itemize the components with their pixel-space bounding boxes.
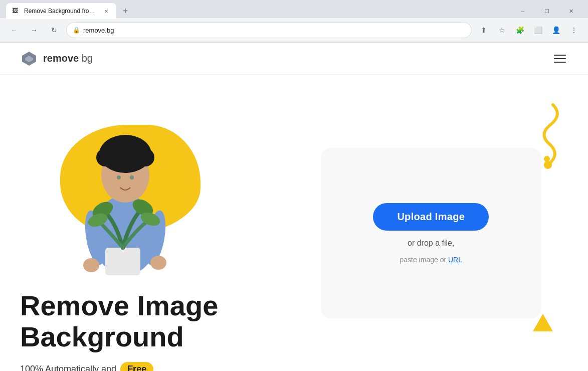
- svg-point-22: [544, 161, 552, 169]
- bookmark-button[interactable]: ☆: [494, 22, 510, 38]
- maximize-button[interactable]: ☐: [536, 3, 558, 19]
- logo-icon: [20, 50, 38, 68]
- browser-tab[interactable]: 🖼 Remove Background from Image ✕: [6, 3, 116, 19]
- svg-point-23: [544, 156, 550, 162]
- title-bar: 🖼 Remove Background from Image ✕ + – ☐ ✕: [0, 0, 588, 18]
- paste-label: paste image or: [400, 256, 448, 264]
- logo-text: remove bg: [43, 53, 93, 64]
- site-header: remove bg: [0, 43, 588, 75]
- svg-point-12: [130, 175, 134, 179]
- lock-icon: 🔒: [73, 27, 80, 34]
- hero-subtitle: 100% Automatically and Free: [20, 362, 294, 371]
- free-badge: Free: [120, 362, 153, 371]
- more-menu-button[interactable]: ⋮: [566, 22, 582, 38]
- browser-chrome: 🖼 Remove Background from Image ✕ + – ☐ ✕…: [0, 0, 588, 43]
- hero-section: Remove Image Background 100% Automatical…: [0, 75, 588, 371]
- profile-button[interactable]: 👤: [548, 22, 564, 38]
- share-button[interactable]: ⬆: [476, 22, 492, 38]
- new-tab-button[interactable]: +: [118, 4, 132, 18]
- hero-title-line2: Background: [20, 321, 184, 352]
- hero-image-area: [20, 115, 211, 275]
- hero-text: Remove Image Background 100% Automatical…: [20, 290, 294, 371]
- hero-subtitle-text: 100% Automatically and: [20, 364, 116, 371]
- squiggle-decoration: [523, 100, 563, 170]
- triangle-decoration: [533, 314, 553, 331]
- minimize-button[interactable]: –: [512, 3, 534, 19]
- hamburger-menu[interactable]: [552, 53, 568, 65]
- svg-point-11: [117, 175, 121, 179]
- logo[interactable]: remove bg: [20, 50, 93, 68]
- tab-close-button[interactable]: ✕: [102, 7, 110, 15]
- hero-title-line1: Remove Image: [20, 290, 218, 321]
- hero-left: Remove Image Background 100% Automatical…: [20, 85, 294, 371]
- address-bar[interactable]: 🔒 remove.bg: [66, 22, 472, 38]
- forward-button[interactable]: →: [26, 22, 42, 38]
- back-button[interactable]: ←: [6, 22, 22, 38]
- url-text: remove.bg: [83, 27, 465, 34]
- refresh-button[interactable]: ↻: [46, 22, 62, 38]
- split-view-button[interactable]: ⬜: [530, 22, 546, 38]
- window-controls: – ☐ ✕: [512, 3, 582, 19]
- upload-card: Upload Image or drop a file, paste image…: [321, 148, 541, 318]
- nav-bar: ← → ↻ 🔒 remove.bg ⬆ ☆ 🧩 ⬜ 👤 ⋮: [0, 18, 588, 42]
- close-button[interactable]: ✕: [560, 3, 582, 19]
- svg-point-16: [150, 256, 166, 270]
- upload-image-button[interactable]: Upload Image: [373, 203, 489, 231]
- paste-text: paste image or URL: [400, 256, 462, 264]
- svg-marker-24: [533, 314, 553, 331]
- nav-actions: ⬆ ☆ 🧩 ⬜ 👤 ⋮: [476, 22, 582, 38]
- hamburger-line-2: [554, 58, 566, 59]
- svg-point-10: [117, 138, 133, 154]
- svg-point-15: [83, 258, 99, 272]
- drop-file-text: or drop a file,: [408, 239, 454, 248]
- hamburger-line-1: [554, 55, 566, 56]
- hamburger-line-3: [554, 62, 566, 63]
- page-content: remove bg: [0, 43, 588, 371]
- tab-title: Remove Background from Image: [24, 8, 98, 15]
- hero-title: Remove Image Background: [20, 290, 294, 352]
- tab-favicon: 🖼: [12, 7, 20, 15]
- svg-rect-17: [105, 248, 140, 275]
- hero-right: Upload Image or drop a file, paste image…: [294, 85, 568, 371]
- extensions-button[interactable]: 🧩: [512, 22, 528, 38]
- url-link[interactable]: URL: [448, 256, 462, 264]
- hero-person-illustration: [65, 120, 185, 275]
